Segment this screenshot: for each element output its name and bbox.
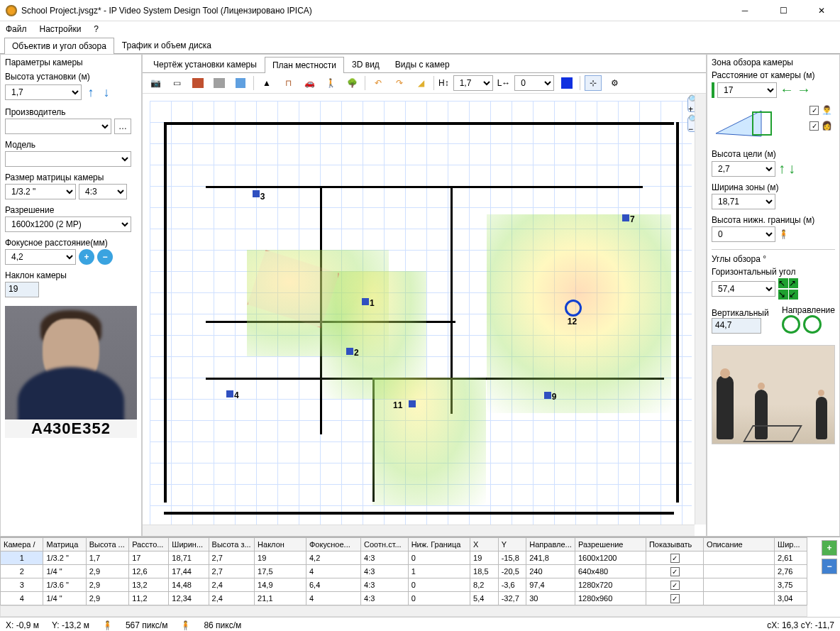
target-down-icon[interactable]: ↓: [788, 160, 795, 177]
table-tool-icon[interactable]: ⊓: [280, 75, 297, 91]
camera-tool-icon[interactable]: 📷: [147, 75, 164, 91]
snap-tool-icon[interactable]: ⊹: [585, 75, 602, 91]
zone-width-select[interactable]: 18,71: [712, 194, 775, 209]
height-down-icon[interactable]: ↓: [100, 83, 113, 101]
aspect-select[interactable]: 4:3: [79, 184, 127, 199]
camera-target-12[interactable]: [565, 300, 582, 317]
tab-traffic[interactable]: Трафик и объем диска: [114, 37, 219, 53]
table-scroll-horizontal[interactable]: [0, 605, 807, 617]
color-swatch[interactable]: [558, 75, 575, 91]
table-header[interactable]: Описание: [704, 538, 775, 552]
camera-marker-4[interactable]: 4: [234, 390, 239, 400]
eraser-tool-icon[interactable]: ◢: [412, 75, 429, 91]
manufacturer-select[interactable]: [5, 119, 111, 134]
expand-icon[interactable]: ↖↗: [778, 278, 798, 288]
minimize-button[interactable]: ─: [732, 2, 758, 19]
wall-tool-icon[interactable]: ▭: [168, 75, 185, 91]
focal-plus-button[interactable]: +: [79, 249, 94, 265]
model-select[interactable]: [5, 151, 131, 167]
camera-marker-11[interactable]: 11: [393, 400, 402, 410]
dist-left-icon[interactable]: ←: [780, 82, 794, 98]
fence-tool-icon[interactable]: [211, 75, 228, 91]
height-up-icon[interactable]: ↑: [84, 83, 97, 101]
show-man-checkbox[interactable]: ✓: [809, 106, 819, 115]
table-header[interactable]: Соотн.ст...: [361, 538, 409, 552]
person-tool-icon[interactable]: 🚶: [322, 75, 339, 91]
show-checkbox[interactable]: ✓: [670, 594, 680, 603]
canvas-scroll-vertical[interactable]: [695, 94, 706, 525]
target-height-select[interactable]: 2,7: [712, 161, 775, 177]
brick-tool-icon[interactable]: [189, 75, 206, 91]
camera-marker-1[interactable]: 1: [370, 298, 375, 308]
floorplan-canvas[interactable]: 1 2 3 4 7 9 11 12 🔍+ 🔍−: [143, 94, 706, 536]
focal-minus-button[interactable]: −: [97, 249, 113, 265]
cube-tool-icon[interactable]: [232, 75, 249, 91]
rotate-cw-icon[interactable]: [803, 315, 822, 334]
label-tilt: Наклон камеры: [5, 270, 137, 280]
label-zone-width: Ширина зоны (м): [712, 182, 835, 192]
table-header[interactable]: Камера /: [1, 538, 43, 552]
table-header[interactable]: Высота ...: [86, 538, 128, 552]
table-row[interactable]: 21/4 "2,912,617,442,717,544:3118,5-20,52…: [1, 565, 807, 578]
table-row[interactable]: 41/4 "2,911,212,342,421,144:305,4-32,730…: [1, 592, 807, 605]
table-header[interactable]: Фокусное...: [306, 538, 360, 552]
show-checkbox[interactable]: ✓: [670, 581, 680, 590]
camera-marker-2[interactable]: 2: [354, 348, 359, 358]
table-header[interactable]: Шир...: [775, 538, 807, 552]
contract-icon[interactable]: ↘↙: [778, 290, 798, 300]
table-header[interactable]: Матрица: [43, 538, 86, 552]
table-header[interactable]: Y: [498, 538, 526, 552]
target-up-icon[interactable]: ↑: [778, 160, 785, 177]
camera-marker-3[interactable]: 3: [260, 192, 265, 202]
table-header[interactable]: Ширин...: [169, 538, 209, 552]
install-height-select[interactable]: 1,7: [5, 84, 82, 100]
show-checkbox[interactable]: ✓: [670, 554, 680, 563]
show-checkbox[interactable]: ✓: [670, 567, 680, 576]
show-woman-checkbox[interactable]: ✓: [809, 121, 819, 131]
horiz-angle-select[interactable]: 57,4: [712, 281, 775, 297]
remove-row-button[interactable]: −: [822, 559, 837, 574]
table-row[interactable]: 11/3.2 "1,71718,712,7194,24:3019-15,8241…: [1, 552, 807, 565]
canvas-scroll-horizontal[interactable]: [143, 525, 695, 536]
tab-site-plan[interactable]: План местности: [265, 57, 344, 73]
lower-height-select[interactable]: 0: [712, 226, 775, 242]
tree-tool-icon[interactable]: 🌳: [343, 75, 360, 91]
undo-icon[interactable]: ↶: [370, 75, 387, 91]
redo-icon[interactable]: ↷: [391, 75, 408, 91]
resolution-select[interactable]: 1600x1200 (2 MP): [5, 216, 131, 232]
settings-tool-icon[interactable]: ⚙: [606, 75, 623, 91]
l-value-select[interactable]: 0: [514, 75, 554, 91]
table-header[interactable]: Разрешение: [575, 538, 646, 552]
zone-illustration: ✓👨‍💼 ✓👩: [712, 104, 835, 143]
table-header[interactable]: Высота з...: [209, 538, 255, 552]
add-row-button[interactable]: +: [822, 540, 837, 556]
dist-right-icon[interactable]: →: [797, 82, 811, 98]
rotate-ccw-icon[interactable]: [782, 315, 800, 334]
sensor-select[interactable]: 1/3.2 ": [5, 184, 76, 199]
tab-install-drawing[interactable]: Чертёж установки камеры: [145, 56, 265, 72]
close-button[interactable]: ✕: [809, 2, 834, 19]
car-tool-icon[interactable]: 🚗: [301, 75, 318, 91]
menu-file[interactable]: Файл: [6, 24, 27, 34]
focal-select[interactable]: 4,2: [5, 249, 76, 265]
table-header[interactable]: X: [470, 538, 499, 552]
distance-select[interactable]: 17: [717, 82, 777, 98]
table-header[interactable]: Наклон: [255, 538, 306, 552]
menu-help[interactable]: ?: [94, 24, 99, 34]
maximize-button[interactable]: ☐: [770, 2, 796, 19]
tab-3d-view[interactable]: 3D вид: [344, 56, 387, 72]
table-header[interactable]: Направле...: [526, 538, 575, 552]
menu-settings[interactable]: Настройки: [40, 24, 82, 34]
table-row[interactable]: 31/3.6 "2,913,214,482,414,96,44:308,2-3,…: [1, 578, 807, 592]
table-header[interactable]: Рассто...: [129, 538, 169, 552]
cone-tool-icon[interactable]: ▲: [258, 75, 275, 91]
table-header[interactable]: Ниж. Граница: [408, 538, 470, 552]
camera-table[interactable]: Камера /МатрицаВысота ...Рассто...Ширин.…: [0, 537, 807, 605]
manufacturer-more-button[interactable]: …: [114, 119, 131, 134]
camera-marker-9[interactable]: 9: [552, 392, 557, 402]
tab-camera-views[interactable]: Виды с камер: [387, 56, 458, 72]
table-header[interactable]: Показывать: [646, 538, 703, 552]
tab-lens[interactable]: Объектив и угол обзора: [4, 38, 114, 54]
h-value-select[interactable]: 1,7: [453, 75, 493, 91]
camera-marker-7[interactable]: 7: [630, 214, 635, 224]
